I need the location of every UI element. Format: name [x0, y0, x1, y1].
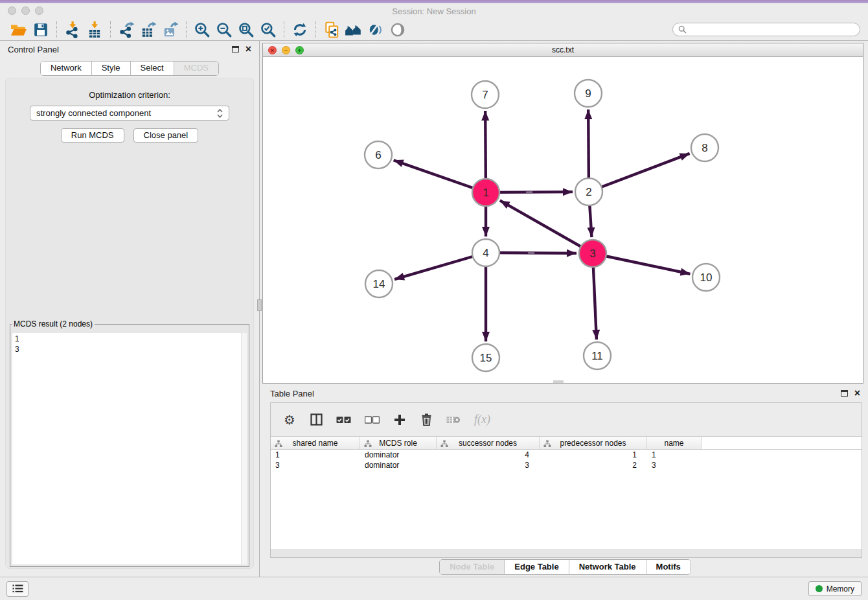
column-header-MCDS-role[interactable]: MCDS role — [360, 437, 437, 449]
duplicate-network-icon[interactable] — [321, 20, 343, 40]
tab-select[interactable]: Select — [131, 62, 174, 75]
function-builder-icon[interactable]: f(x) — [474, 413, 490, 426]
table-cell[interactable]: dominator — [360, 450, 437, 459]
table-row[interactable]: 3dominator323 — [271, 460, 862, 470]
table-cell[interactable]: 4 — [437, 450, 540, 459]
table-body: 1dominator4113dominator323 — [271, 450, 862, 470]
zoom-fit-icon[interactable] — [235, 20, 257, 40]
table-cell[interactable]: 2 — [540, 461, 647, 470]
delete-column-icon[interactable] — [420, 413, 433, 426]
tab-mcds[interactable]: MCDS — [174, 62, 218, 75]
control-panel-title: Control Panel — [8, 45, 59, 54]
zoom-out-icon[interactable] — [213, 20, 235, 40]
close-panel-icon[interactable]: × — [246, 46, 251, 52]
mcds-result-groupbox: MCDS result (2 nodes) 1 3 — [10, 319, 249, 567]
export-image-icon[interactable] — [159, 20, 181, 40]
show-graphics-details-icon[interactable] — [387, 20, 409, 40]
search-field[interactable] — [672, 23, 860, 36]
network-window-title: scc.txt — [552, 45, 574, 54]
table-header-row: shared nameMCDS rolesuccessor nodesprede… — [271, 436, 862, 450]
memory-button[interactable]: Memory — [808, 581, 862, 596]
graph-edge-3-1[interactable] — [500, 200, 593, 253]
deselect-all-icon[interactable] — [365, 416, 380, 424]
graph-node-label: 7 — [482, 89, 488, 101]
search-input[interactable] — [690, 25, 854, 34]
tab-network-table[interactable]: Network Table — [569, 560, 646, 574]
dropdown-stepper-icon — [217, 109, 223, 118]
search-icon — [678, 25, 687, 34]
main-toolbar — [0, 19, 868, 41]
tab-node-table[interactable]: Node Table — [440, 560, 505, 574]
table-hscrollbar[interactable] — [271, 549, 862, 557]
graph-node-label: 3 — [589, 248, 595, 260]
close-window-button[interactable] — [8, 6, 16, 15]
toolbar-separator — [110, 21, 111, 38]
maximize-window-button[interactable] — [35, 6, 43, 15]
table-cell[interactable]: 1 — [647, 450, 702, 459]
mcds-result-textarea[interactable]: 1 3 — [12, 333, 247, 564]
table-row[interactable]: 1dominator411 — [271, 450, 862, 460]
tab-motifs[interactable]: Motifs — [646, 560, 691, 574]
network-maximize-button[interactable]: + — [295, 46, 304, 54]
export-network-icon[interactable] — [115, 20, 137, 40]
graph-node-label: 14 — [373, 278, 385, 290]
table-cell[interactable]: 3 — [271, 461, 360, 470]
column-selector-icon[interactable] — [310, 413, 323, 426]
zoom-selected-icon[interactable] — [257, 20, 279, 40]
control-panel-header: Control Panel × — [0, 41, 259, 58]
network-close-button[interactable]: × — [268, 46, 277, 54]
table-cell[interactable]: 3 — [437, 461, 540, 470]
hide-graphics-details-icon[interactable] — [365, 20, 387, 40]
graph-edge-1-6[interactable] — [394, 160, 486, 192]
tab-network[interactable]: Network — [41, 62, 92, 75]
canvas-scroll-nub[interactable] — [553, 380, 564, 383]
zoom-in-icon[interactable] — [191, 20, 213, 40]
add-column-icon[interactable] — [393, 414, 406, 426]
export-table-icon[interactable] — [137, 20, 159, 40]
close-table-panel-icon[interactable]: × — [854, 390, 860, 397]
edge-label-mark — [528, 252, 534, 253]
panel-splitter-handle[interactable] — [257, 299, 262, 311]
app-title: Session: New Session — [392, 6, 475, 16]
network-canvas[interactable]: 7968124314101511 — [263, 57, 863, 383]
network-minimize-button[interactable]: − — [282, 46, 290, 54]
mcds-panel: Optimization criterion: strongly connect… — [5, 78, 254, 569]
table-cell[interactable]: 1 — [540, 450, 647, 459]
column-header-shared-name[interactable]: shared name — [271, 437, 360, 449]
column-header-name[interactable]: name — [647, 437, 702, 449]
open-session-icon[interactable] — [8, 20, 30, 40]
graph-edge-2-8[interactable] — [589, 154, 690, 192]
import-network-icon[interactable] — [62, 20, 84, 40]
close-panel-button[interactable]: Close panel — [133, 128, 199, 143]
criterion-dropdown[interactable]: strongly connected component — [30, 106, 229, 121]
run-mcds-button[interactable]: Run MCDS — [61, 128, 124, 143]
table-cell[interactable]: 3 — [647, 461, 702, 470]
column-header-successor-nodes[interactable]: successor nodes — [437, 437, 540, 449]
graph-edge-3-10[interactable] — [593, 253, 691, 274]
network-window-titlebar[interactable]: × − + scc.txt — [263, 43, 863, 57]
tab-edge-table[interactable]: Edge Table — [505, 560, 569, 574]
float-panel-icon[interactable] — [232, 46, 239, 52]
save-session-icon[interactable] — [30, 20, 52, 40]
column-header-predecessor-nodes[interactable]: predecessor nodes — [540, 437, 647, 449]
select-all-icon[interactable] — [336, 416, 351, 424]
float-table-panel-icon[interactable] — [841, 390, 848, 397]
refresh-icon[interactable] — [289, 20, 311, 40]
graph-node-label: 9 — [585, 87, 591, 100]
delete-table-icon[interactable] — [446, 415, 461, 425]
table-panel-title: Table Panel — [270, 389, 314, 398]
tab-style[interactable]: Style — [92, 62, 131, 75]
table-cell[interactable]: 1 — [271, 450, 360, 459]
import-table-icon[interactable] — [84, 20, 106, 40]
table-settings-icon[interactable]: ⚙ — [283, 413, 296, 426]
home-networks-icon[interactable] — [343, 20, 365, 40]
task-history-button[interactable] — [6, 581, 29, 597]
table-panel-header: Table Panel × — [262, 385, 868, 402]
graph-node-label: 2 — [586, 186, 591, 198]
table-cell[interactable]: dominator — [360, 461, 437, 470]
result-scrollbar[interactable] — [241, 333, 247, 564]
table-type-tabs: Node Table Edge Table Network Table Moti… — [262, 559, 868, 575]
table-panel: Table Panel × ⚙ — [262, 385, 868, 577]
status-bar: Memory — [0, 577, 868, 600]
minimize-window-button[interactable] — [21, 6, 30, 15]
